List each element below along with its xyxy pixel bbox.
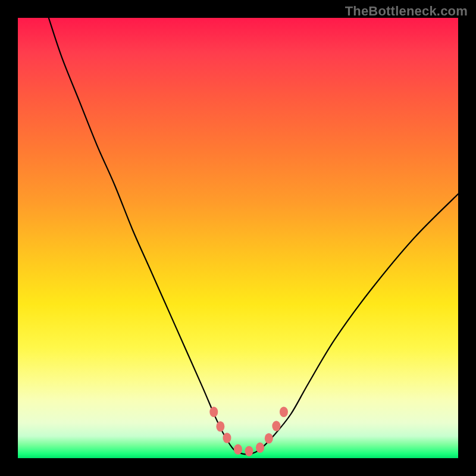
curve-bead — [209, 407, 218, 418]
curve-bead — [272, 421, 280, 431]
curve-bead — [245, 446, 253, 456]
chart-frame: TheBottleneck.com — [0, 0, 476, 476]
curve-bead — [280, 407, 288, 418]
curve-bead — [216, 421, 224, 432]
curve-bead — [234, 444, 242, 455]
curve-bead — [223, 433, 231, 443]
bottleneck-curve — [18, 18, 458, 458]
watermark-text: TheBottleneck.com — [345, 4, 468, 19]
plot-area — [18, 18, 458, 458]
curve-bead — [256, 442, 264, 453]
curve-bead — [265, 433, 273, 444]
